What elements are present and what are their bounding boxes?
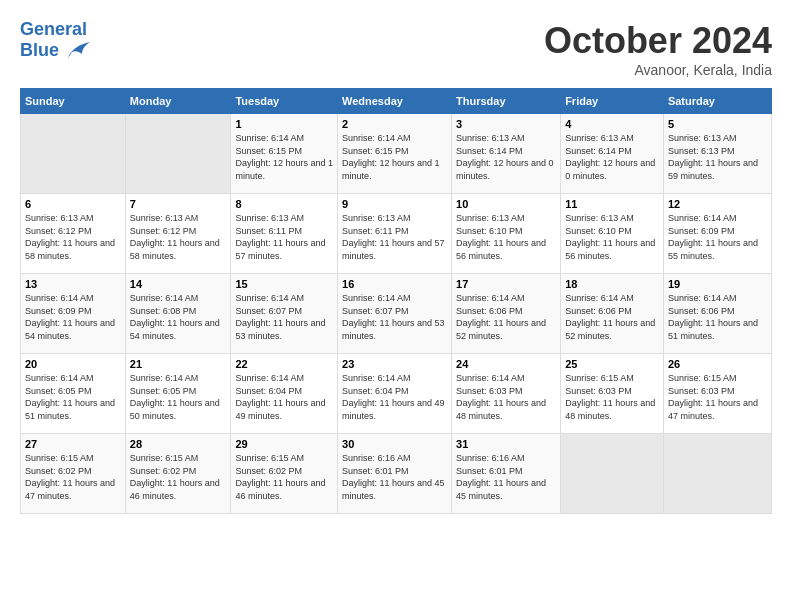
weekday-header-monday: Monday — [125, 89, 231, 114]
day-number: 4 — [565, 118, 659, 130]
calendar-cell: 14Sunrise: 6:14 AMSunset: 6:08 PMDayligh… — [125, 274, 231, 354]
day-info: Sunrise: 6:14 AMSunset: 6:06 PMDaylight:… — [456, 292, 556, 342]
page-header: General Blue October 2024 Avanoor, Keral… — [20, 20, 772, 78]
location: Avanoor, Kerala, India — [544, 62, 772, 78]
day-number: 10 — [456, 198, 556, 210]
day-number: 12 — [668, 198, 767, 210]
day-number: 1 — [235, 118, 333, 130]
calendar-cell: 27Sunrise: 6:15 AMSunset: 6:02 PMDayligh… — [21, 434, 126, 514]
logo: General Blue — [20, 20, 90, 62]
day-number: 29 — [235, 438, 333, 450]
logo-blue: Blue — [20, 40, 59, 61]
day-number: 5 — [668, 118, 767, 130]
calendar-cell: 13Sunrise: 6:14 AMSunset: 6:09 PMDayligh… — [21, 274, 126, 354]
day-info: Sunrise: 6:13 AMSunset: 6:14 PMDaylight:… — [565, 132, 659, 182]
day-number: 26 — [668, 358, 767, 370]
day-number: 17 — [456, 278, 556, 290]
day-number: 23 — [342, 358, 447, 370]
day-info: Sunrise: 6:14 AMSunset: 6:05 PMDaylight:… — [25, 372, 121, 422]
calendar-cell — [663, 434, 771, 514]
calendar-cell: 5Sunrise: 6:13 AMSunset: 6:13 PMDaylight… — [663, 114, 771, 194]
calendar-cell: 18Sunrise: 6:14 AMSunset: 6:06 PMDayligh… — [561, 274, 664, 354]
day-number: 9 — [342, 198, 447, 210]
day-info: Sunrise: 6:14 AMSunset: 6:03 PMDaylight:… — [456, 372, 556, 422]
calendar-cell: 15Sunrise: 6:14 AMSunset: 6:07 PMDayligh… — [231, 274, 338, 354]
calendar-cell: 28Sunrise: 6:15 AMSunset: 6:02 PMDayligh… — [125, 434, 231, 514]
day-info: Sunrise: 6:14 AMSunset: 6:06 PMDaylight:… — [565, 292, 659, 342]
day-info: Sunrise: 6:14 AMSunset: 6:09 PMDaylight:… — [668, 212, 767, 262]
calendar-table: SundayMondayTuesdayWednesdayThursdayFrid… — [20, 88, 772, 514]
day-info: Sunrise: 6:14 AMSunset: 6:08 PMDaylight:… — [130, 292, 227, 342]
calendar-cell: 19Sunrise: 6:14 AMSunset: 6:06 PMDayligh… — [663, 274, 771, 354]
month-title: October 2024 — [544, 20, 772, 62]
day-info: Sunrise: 6:14 AMSunset: 6:05 PMDaylight:… — [130, 372, 227, 422]
calendar-week-row: 20Sunrise: 6:14 AMSunset: 6:05 PMDayligh… — [21, 354, 772, 434]
day-info: Sunrise: 6:14 AMSunset: 6:07 PMDaylight:… — [235, 292, 333, 342]
calendar-cell: 8Sunrise: 6:13 AMSunset: 6:11 PMDaylight… — [231, 194, 338, 274]
day-number: 24 — [456, 358, 556, 370]
day-info: Sunrise: 6:16 AMSunset: 6:01 PMDaylight:… — [342, 452, 447, 502]
weekday-header-wednesday: Wednesday — [338, 89, 452, 114]
weekday-header-row: SundayMondayTuesdayWednesdayThursdayFrid… — [21, 89, 772, 114]
day-info: Sunrise: 6:13 AMSunset: 6:12 PMDaylight:… — [130, 212, 227, 262]
weekday-header-friday: Friday — [561, 89, 664, 114]
day-number: 31 — [456, 438, 556, 450]
calendar-cell — [125, 114, 231, 194]
calendar-week-row: 27Sunrise: 6:15 AMSunset: 6:02 PMDayligh… — [21, 434, 772, 514]
day-number: 15 — [235, 278, 333, 290]
calendar-cell: 25Sunrise: 6:15 AMSunset: 6:03 PMDayligh… — [561, 354, 664, 434]
calendar-cell: 22Sunrise: 6:14 AMSunset: 6:04 PMDayligh… — [231, 354, 338, 434]
calendar-cell: 31Sunrise: 6:16 AMSunset: 6:01 PMDayligh… — [452, 434, 561, 514]
day-number: 27 — [25, 438, 121, 450]
day-info: Sunrise: 6:13 AMSunset: 6:14 PMDaylight:… — [456, 132, 556, 182]
calendar-cell: 9Sunrise: 6:13 AMSunset: 6:11 PMDaylight… — [338, 194, 452, 274]
day-number: 22 — [235, 358, 333, 370]
day-info: Sunrise: 6:16 AMSunset: 6:01 PMDaylight:… — [456, 452, 556, 502]
calendar-cell: 23Sunrise: 6:14 AMSunset: 6:04 PMDayligh… — [338, 354, 452, 434]
day-number: 3 — [456, 118, 556, 130]
calendar-cell: 7Sunrise: 6:13 AMSunset: 6:12 PMDaylight… — [125, 194, 231, 274]
day-info: Sunrise: 6:14 AMSunset: 6:15 PMDaylight:… — [235, 132, 333, 182]
day-info: Sunrise: 6:13 AMSunset: 6:11 PMDaylight:… — [342, 212, 447, 262]
calendar-cell: 2Sunrise: 6:14 AMSunset: 6:15 PMDaylight… — [338, 114, 452, 194]
day-info: Sunrise: 6:14 AMSunset: 6:07 PMDaylight:… — [342, 292, 447, 342]
day-info: Sunrise: 6:15 AMSunset: 6:03 PMDaylight:… — [668, 372, 767, 422]
day-number: 14 — [130, 278, 227, 290]
day-info: Sunrise: 6:15 AMSunset: 6:02 PMDaylight:… — [130, 452, 227, 502]
day-number: 18 — [565, 278, 659, 290]
calendar-cell: 26Sunrise: 6:15 AMSunset: 6:03 PMDayligh… — [663, 354, 771, 434]
calendar-cell — [21, 114, 126, 194]
day-number: 20 — [25, 358, 121, 370]
day-number: 25 — [565, 358, 659, 370]
calendar-cell: 17Sunrise: 6:14 AMSunset: 6:06 PMDayligh… — [452, 274, 561, 354]
logo-text: General — [20, 20, 90, 40]
day-number: 30 — [342, 438, 447, 450]
day-info: Sunrise: 6:13 AMSunset: 6:10 PMDaylight:… — [456, 212, 556, 262]
day-info: Sunrise: 6:15 AMSunset: 6:03 PMDaylight:… — [565, 372, 659, 422]
calendar-week-row: 6Sunrise: 6:13 AMSunset: 6:12 PMDaylight… — [21, 194, 772, 274]
day-number: 6 — [25, 198, 121, 210]
day-number: 7 — [130, 198, 227, 210]
day-info: Sunrise: 6:13 AMSunset: 6:13 PMDaylight:… — [668, 132, 767, 182]
day-number: 21 — [130, 358, 227, 370]
calendar-cell: 3Sunrise: 6:13 AMSunset: 6:14 PMDaylight… — [452, 114, 561, 194]
calendar-cell: 1Sunrise: 6:14 AMSunset: 6:15 PMDaylight… — [231, 114, 338, 194]
weekday-header-tuesday: Tuesday — [231, 89, 338, 114]
day-info: Sunrise: 6:14 AMSunset: 6:15 PMDaylight:… — [342, 132, 447, 182]
calendar-cell: 6Sunrise: 6:13 AMSunset: 6:12 PMDaylight… — [21, 194, 126, 274]
weekday-header-thursday: Thursday — [452, 89, 561, 114]
calendar-cell: 10Sunrise: 6:13 AMSunset: 6:10 PMDayligh… — [452, 194, 561, 274]
calendar-cell: 4Sunrise: 6:13 AMSunset: 6:14 PMDaylight… — [561, 114, 664, 194]
day-info: Sunrise: 6:15 AMSunset: 6:02 PMDaylight:… — [235, 452, 333, 502]
day-info: Sunrise: 6:13 AMSunset: 6:12 PMDaylight:… — [25, 212, 121, 262]
calendar-cell: 20Sunrise: 6:14 AMSunset: 6:05 PMDayligh… — [21, 354, 126, 434]
logo-bird-icon — [62, 40, 90, 62]
day-number: 16 — [342, 278, 447, 290]
calendar-cell: 29Sunrise: 6:15 AMSunset: 6:02 PMDayligh… — [231, 434, 338, 514]
day-number: 28 — [130, 438, 227, 450]
day-number: 19 — [668, 278, 767, 290]
day-number: 11 — [565, 198, 659, 210]
day-info: Sunrise: 6:15 AMSunset: 6:02 PMDaylight:… — [25, 452, 121, 502]
calendar-week-row: 13Sunrise: 6:14 AMSunset: 6:09 PMDayligh… — [21, 274, 772, 354]
calendar-cell: 11Sunrise: 6:13 AMSunset: 6:10 PMDayligh… — [561, 194, 664, 274]
